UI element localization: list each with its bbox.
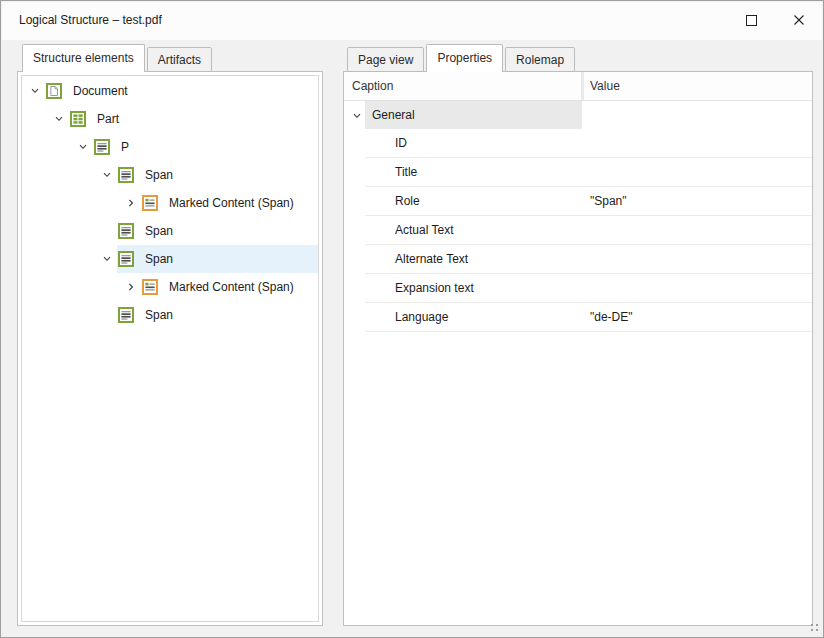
window-title: Logical Structure – test.pdf xyxy=(19,2,162,38)
property-caption: Actual Text xyxy=(395,216,453,245)
structure-elements-panel: DocumentPartPSpanMarked Content (Span)Sp… xyxy=(17,71,323,626)
tree-item-label: P xyxy=(121,140,137,154)
property-caption: Title xyxy=(395,158,417,187)
property-caption: ID xyxy=(395,129,407,158)
marked-content-icon xyxy=(142,195,158,211)
property-grid: GeneralIDTitleRole"Span"Actual TextAlter… xyxy=(344,101,812,332)
chevron-down-icon[interactable] xyxy=(97,245,117,273)
chevron-down-icon[interactable] xyxy=(352,110,362,120)
tree-item-content: Span xyxy=(117,245,318,273)
marked-content-icon xyxy=(142,279,158,295)
paragraph-icon xyxy=(118,167,134,183)
tree-item-marked-content-span[interactable]: Marked Content (Span) xyxy=(22,273,318,301)
property-row-title[interactable]: Title xyxy=(344,158,812,187)
property-caption: Role xyxy=(395,187,420,216)
chevron-right-icon[interactable] xyxy=(121,273,141,301)
tree-item-span[interactable]: Span xyxy=(22,161,318,189)
property-row-language[interactable]: Language"de-DE" xyxy=(344,303,812,332)
tab-structure-elements[interactable]: Structure elements xyxy=(22,44,145,72)
tree-item-label: Span xyxy=(145,252,181,266)
titlebar: Logical Structure – test.pdf xyxy=(2,2,822,40)
tree-item-content: Marked Content (Span) xyxy=(141,189,318,217)
tab-rolemap[interactable]: Rolemap xyxy=(505,47,575,72)
resize-grip[interactable] xyxy=(811,624,820,633)
property-row-alternate-text[interactable]: Alternate Text xyxy=(344,245,812,274)
chevron-down-icon[interactable] xyxy=(97,161,117,189)
property-row-role[interactable]: Role"Span" xyxy=(344,187,812,216)
window: Logical Structure – test.pdf Structure e… xyxy=(0,0,824,638)
tree-item-label: Span xyxy=(145,308,181,322)
tree-item-label: Marked Content (Span) xyxy=(169,196,302,210)
document-icon xyxy=(46,83,62,99)
chevron-down-icon[interactable] xyxy=(49,105,69,133)
column-header-value[interactable]: Value xyxy=(590,72,620,100)
tree-item-marked-content-span[interactable]: Marked Content (Span) xyxy=(22,189,318,217)
property-value: "de-DE" xyxy=(590,303,633,332)
grid-header: Caption Value xyxy=(344,72,812,101)
twisty-spacer xyxy=(97,217,117,245)
property-row-expansion-text[interactable]: Expansion text xyxy=(344,274,812,303)
properties-panel: Caption Value GeneralIDTitleRole"Span"Ac… xyxy=(343,71,813,626)
maximize-button[interactable] xyxy=(738,8,764,32)
property-row-id[interactable]: ID xyxy=(344,129,812,158)
chevron-down-icon[interactable] xyxy=(25,77,45,105)
tree-item-content: P xyxy=(93,133,318,161)
tree-item-document[interactable]: Document xyxy=(22,77,318,105)
paragraph-icon xyxy=(94,139,110,155)
tree-item-label: Span xyxy=(145,224,181,238)
structure-tree: DocumentPartPSpanMarked Content (Span)Sp… xyxy=(21,75,319,622)
part-icon xyxy=(70,111,86,127)
property-row-actual-text[interactable]: Actual Text xyxy=(344,216,812,245)
property-value: "Span" xyxy=(590,187,627,216)
paragraph-icon xyxy=(118,251,134,267)
tree-item-content: Span xyxy=(117,161,318,189)
right-tab-strip: Page viewPropertiesRolemap xyxy=(347,44,577,72)
tree-item-content: Document xyxy=(45,77,318,105)
tree-item-span[interactable]: Span xyxy=(22,245,318,273)
left-tab-strip: Structure elementsArtifacts xyxy=(22,44,214,72)
property-caption: Expansion text xyxy=(395,274,474,303)
tree-item-label: Marked Content (Span) xyxy=(169,280,302,294)
paragraph-icon xyxy=(118,307,134,323)
tree-item-label: Part xyxy=(97,112,127,126)
tree-item-content: Span xyxy=(117,301,318,329)
tree-item-label: Span xyxy=(145,168,181,182)
tree-item-span[interactable]: Span xyxy=(22,217,318,245)
tab-properties[interactable]: Properties xyxy=(426,44,503,72)
paragraph-icon xyxy=(118,223,134,239)
property-caption: Language xyxy=(395,303,448,332)
tree-item-part[interactable]: Part xyxy=(22,105,318,133)
chevron-right-icon[interactable] xyxy=(121,189,141,217)
tree-item-content: Marked Content (Span) xyxy=(141,273,318,301)
column-separator[interactable] xyxy=(581,72,584,100)
column-header-caption[interactable]: Caption xyxy=(352,72,393,100)
tab-page-view[interactable]: Page view xyxy=(347,47,424,72)
tree-item-p[interactable]: P xyxy=(22,133,318,161)
tree-item-span[interactable]: Span xyxy=(22,301,318,329)
twisty-spacer xyxy=(97,301,117,329)
maximize-icon xyxy=(746,15,757,26)
property-caption: Alternate Text xyxy=(395,245,468,274)
tree-item-label: Document xyxy=(73,84,136,98)
chevron-down-icon[interactable] xyxy=(73,133,93,161)
group-label: General xyxy=(372,101,415,129)
group-row-general[interactable]: General xyxy=(344,101,812,129)
tree-item-content: Span xyxy=(117,217,318,245)
close-button[interactable] xyxy=(786,8,812,32)
tree-item-content: Part xyxy=(69,105,318,133)
close-icon xyxy=(793,14,805,26)
tab-artifacts[interactable]: Artifacts xyxy=(147,47,212,72)
